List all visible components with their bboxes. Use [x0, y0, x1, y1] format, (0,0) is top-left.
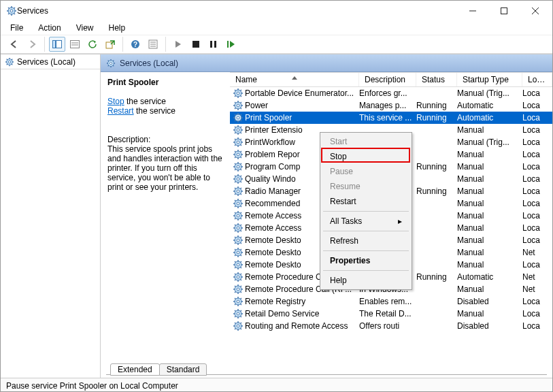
cell-startup: Automatic: [457, 272, 522, 282]
content-area: Services (Local) Services (Local) Print …: [1, 54, 552, 378]
service-row[interactable]: Remote RegistryEnables rem...DisabledLoc…: [230, 295, 552, 308]
cell-logon: Loca: [522, 235, 543, 245]
export-button[interactable]: [102, 37, 118, 52]
tab-extended[interactable]: Extended: [110, 363, 160, 376]
cell-logon: Loca: [522, 137, 543, 147]
cm-refresh[interactable]: Refresh: [322, 233, 410, 248]
menu-help[interactable]: Help: [106, 22, 129, 34]
cell-startup: Manual (Trig...: [457, 88, 522, 98]
pause-service-button[interactable]: [205, 37, 222, 52]
cm-pause: Pause: [322, 164, 410, 179]
restart-link[interactable]: Restart: [107, 106, 134, 116]
minimize-button[interactable]: [457, 1, 488, 21]
forward-button[interactable]: [24, 37, 40, 52]
cell-startup: Disabled: [457, 297, 522, 306]
cell-logon: Loca: [522, 125, 543, 135]
app-icon: [6, 5, 17, 16]
detail-button[interactable]: [67, 37, 83, 52]
stop-link[interactable]: Stop: [107, 97, 124, 106]
context-menu: Start Stop Pause Resume Restart All Task…: [320, 132, 412, 290]
view-tabs: Extended Standard: [101, 360, 552, 378]
description-text: This service spools print jobs and handl…: [107, 144, 223, 192]
help-button[interactable]: ?: [127, 37, 144, 52]
menu-action[interactable]: Action: [35, 22, 63, 34]
service-row[interactable]: Retail Demo ServiceThe Retail D...Manual…: [230, 308, 552, 320]
col-name[interactable]: Name: [230, 73, 359, 86]
service-icon: [233, 259, 244, 270]
start-service-button[interactable]: [170, 37, 186, 52]
cell-logon: Loca: [522, 150, 543, 159]
cm-all-tasks[interactable]: All Tasks▸: [322, 214, 410, 229]
tree-pane: Services (Local): [1, 54, 101, 378]
service-icon: [233, 174, 244, 184]
service-icon: [233, 210, 244, 221]
sort-asc-icon: [292, 73, 297, 82]
service-row[interactable]: Print SpoolerThis service ...RunningAuto…: [230, 112, 552, 124]
cell-name: Remote Registry: [245, 297, 359, 306]
back-button[interactable]: [6, 37, 22, 52]
cell-status: Running: [416, 186, 457, 196]
cm-properties[interactable]: Properties: [322, 253, 410, 268]
cell-name: Routing and Remote Access: [245, 321, 359, 331]
stop-service-button[interactable]: [188, 37, 204, 52]
cm-restart[interactable]: Restart: [322, 194, 410, 209]
svg-rect-29: [227, 41, 229, 48]
maximize-button[interactable]: [488, 1, 520, 21]
cell-startup: Manual: [457, 309, 522, 318]
cell-logon: Loca: [522, 297, 543, 306]
svg-rect-28: [214, 41, 216, 48]
menu-view[interactable]: View: [73, 22, 97, 34]
cell-startup: Automatic: [457, 113, 522, 122]
service-icon: [233, 100, 244, 111]
cell-status: Running: [416, 101, 457, 110]
service-icon: [233, 235, 244, 246]
console-tree-button[interactable]: [49, 37, 65, 52]
cell-logon: Loca: [522, 174, 543, 184]
description-label: Description:: [107, 135, 223, 144]
col-logon[interactable]: Log: [522, 73, 552, 86]
cm-stop[interactable]: Stop: [322, 149, 410, 164]
cell-status: Running: [416, 162, 457, 172]
svg-rect-14: [53, 41, 56, 48]
svg-rect-11: [501, 8, 507, 14]
tree-root[interactable]: Services (Local): [1, 54, 100, 69]
cell-startup: Manual: [457, 125, 522, 135]
pane-header: Services (Local): [101, 54, 552, 72]
cell-startup: Manual (Trig...: [457, 137, 522, 147]
cell-logon: Loca: [522, 211, 543, 220]
cell-logon: Loca: [522, 113, 543, 122]
cell-logon: Loca: [522, 101, 543, 110]
close-button[interactable]: [520, 1, 551, 21]
svg-rect-26: [192, 41, 199, 48]
service-icon: [233, 125, 244, 135]
cell-logon: Net: [522, 248, 543, 257]
service-row[interactable]: Portable Device Enumerator...Enforces gr…: [230, 87, 552, 99]
col-status[interactable]: Status: [416, 73, 457, 86]
cell-logon: Loca: [522, 88, 543, 98]
service-icon: [233, 161, 244, 172]
service-row[interactable]: Routing and Remote AccessOffers routiDis…: [230, 320, 552, 332]
service-row[interactable]: PowerManages p...RunningAutomaticLoca: [230, 99, 552, 112]
cell-logon: Loca: [522, 162, 543, 172]
cm-help[interactable]: Help: [322, 273, 410, 288]
cell-logon: Loca: [522, 260, 543, 270]
svg-rect-15: [56, 41, 62, 48]
service-icon: [233, 186, 244, 197]
menu-file[interactable]: File: [7, 22, 26, 34]
cell-logon: Loca: [522, 223, 543, 233]
properties-button[interactable]: [145, 37, 161, 52]
cell-logon: Loca: [522, 186, 543, 196]
cell-status: Running: [416, 272, 457, 282]
service-icon: [233, 247, 244, 258]
tab-standard[interactable]: Standard: [159, 363, 207, 376]
col-description[interactable]: Description: [359, 73, 416, 86]
cell-logon: Loca: [522, 321, 543, 331]
cell-name: Print Spooler: [245, 113, 359, 122]
window-title: Services: [17, 6, 48, 16]
refresh-button[interactable]: [84, 37, 101, 52]
cell-startup: Manual: [457, 150, 522, 159]
cm-resume: Resume: [322, 179, 410, 194]
restart-service-button[interactable]: [223, 37, 239, 52]
cell-desc: Enables rem...: [359, 297, 416, 306]
col-startup[interactable]: Startup Type: [457, 73, 522, 86]
